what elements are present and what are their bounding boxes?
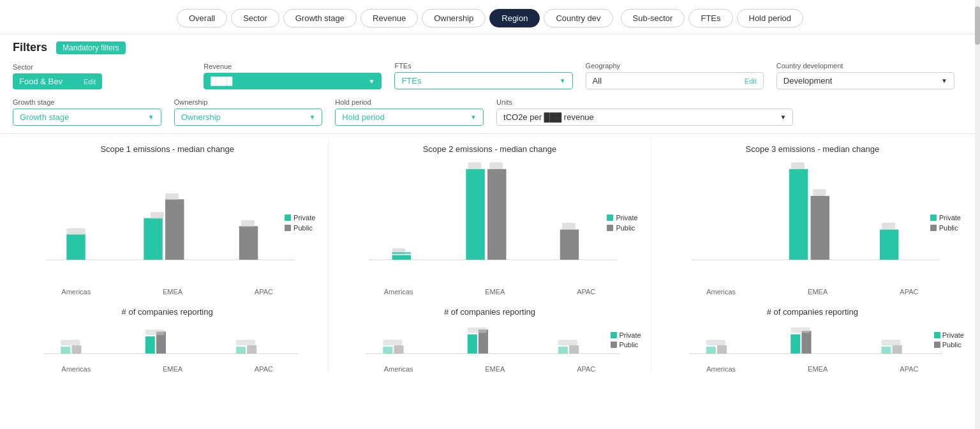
svg-rect-44 — [881, 340, 900, 345]
scope3-x-americas: Americas — [706, 288, 736, 296]
svg-rect-6 — [61, 347, 70, 354]
revenue-select[interactable]: ████ ▼ — [204, 73, 382, 89]
scope1-companies-svg — [13, 319, 322, 364]
growth-stage-select[interactable]: Growth stage ▼ — [13, 109, 161, 126]
hold-period-select[interactable]: Hold period ▼ — [335, 109, 484, 126]
scope1-x-americas: Americas — [61, 288, 91, 296]
ownership-value: Ownership — [181, 112, 221, 122]
mandatory-filters-badge[interactable]: Mandatory filters — [56, 41, 126, 54]
scope3-co-americas: Americas — [706, 365, 736, 373]
scope2-x-emea: EMEA — [485, 288, 505, 296]
filters-header: Filters Mandatory filters — [0, 34, 980, 59]
scope2-co-private-box — [611, 332, 617, 338]
country-dev-select[interactable]: Development ▼ — [776, 72, 954, 89]
scope3-x-apac: APAC — [900, 288, 918, 296]
ownership-select[interactable]: Ownership ▼ — [174, 109, 323, 126]
svg-rect-32 — [791, 162, 805, 169]
tab-hold-period[interactable]: Hold period — [737, 9, 804, 27]
svg-rect-22 — [383, 347, 393, 354]
scope2-private-label: Private — [616, 214, 637, 222]
growth-stage-value: Growth stage — [20, 112, 69, 122]
scope2-public-label: Public — [616, 224, 635, 232]
tab-overall[interactable]: Overall — [177, 9, 227, 27]
tab-revenue[interactable]: Revenue — [360, 9, 418, 27]
revenue-arrow: ▼ — [369, 78, 375, 85]
scope3-public-label: Public — [939, 224, 958, 232]
units-select[interactable]: tCO2e per ███ revenue ▼ — [496, 109, 793, 126]
scope1-x-labels: Americas EMEA APAC — [13, 288, 322, 296]
tab-ftes[interactable]: FTEs — [688, 9, 732, 27]
filter-row-1: Sector Food & Bev Edit Revenue ████ ▼ FT… — [0, 59, 980, 92]
ftes-arrow: ▼ — [560, 77, 566, 84]
scope2-companies-title: # of companies reporting — [335, 307, 644, 317]
svg-rect-41 — [892, 345, 902, 354]
filters-title: Filters — [13, 41, 47, 54]
scope2-companies-svg — [335, 319, 644, 364]
svg-rect-7 — [71, 345, 81, 354]
ownership-label: Ownership — [174, 98, 323, 106]
svg-rect-1 — [66, 228, 85, 235]
scope1-companies-title: # of companies reporting — [13, 307, 322, 317]
country-dev-value: Development — [783, 76, 833, 86]
svg-rect-43 — [791, 327, 810, 333]
tab-country-dev[interactable]: Country dev — [544, 9, 612, 27]
scope1-private-legend-box — [285, 214, 291, 221]
units-arrow: ▼ — [780, 114, 786, 121]
tab-sub-sector[interactable]: Sub-sector — [621, 9, 685, 27]
tab-growth-stage[interactable]: Growth stage — [283, 9, 357, 27]
scope3-companies-x-labels: Americas EMEA APAC — [658, 365, 967, 373]
tab-region[interactable]: Region — [489, 9, 540, 27]
scope2-apac-public-bar — [560, 230, 579, 260]
scope3-co-private-legend: Private — [934, 331, 964, 339]
svg-rect-39 — [801, 331, 811, 354]
ftes-value: FTEs — [401, 76, 421, 86]
svg-rect-34 — [882, 223, 895, 230]
ftes-select[interactable]: FTEs ▼ — [394, 72, 572, 89]
scope2-co-public-lbl: Public — [619, 341, 638, 349]
scope1-private-legend: Private — [285, 214, 315, 222]
scope1-emea-private-bar — [144, 218, 162, 260]
svg-rect-3 — [165, 193, 179, 200]
scope3-x-labels: Americas EMEA APAC — [658, 288, 967, 296]
svg-rect-13 — [145, 329, 165, 335]
scope1-companies-chart — [13, 319, 322, 364]
svg-rect-2 — [151, 212, 164, 219]
scope2-bar-chart: Private Public — [335, 159, 644, 287]
svg-rect-26 — [558, 347, 568, 354]
scrollbar-thumb[interactable] — [975, 6, 980, 45]
scope2-co-emea: EMEA — [485, 365, 505, 373]
units-value: tCO2e per ███ revenue — [503, 112, 594, 122]
growth-stage-arrow: ▼ — [148, 114, 154, 121]
units-filter-group: Units tCO2e per ███ revenue ▼ — [496, 98, 806, 126]
sector-edit[interactable]: Edit — [84, 78, 96, 86]
tab-ownership[interactable]: Ownership — [422, 9, 486, 27]
svg-rect-25 — [479, 329, 488, 354]
scope1-co-americas: Americas — [61, 365, 91, 373]
scope2-co-private-legend: Private — [611, 331, 641, 339]
scope3-co-emea: EMEA — [808, 365, 828, 373]
tab-sector[interactable]: Sector — [231, 9, 279, 27]
scope2-public-legend-box — [607, 225, 613, 231]
geography-edit[interactable]: Edit — [745, 77, 757, 85]
scope3-svg — [658, 159, 967, 287]
hold-period-filter-group: Hold period Hold period ▼ — [335, 98, 496, 126]
scope2-title: Scope 2 emissions - median change — [335, 144, 644, 154]
svg-rect-14 — [236, 340, 255, 345]
svg-rect-27 — [569, 345, 579, 354]
scrollbar[interactable] — [975, 0, 980, 373]
scope1-public-legend-box — [285, 225, 291, 231]
svg-rect-36 — [706, 347, 715, 354]
scope2-private-legend-box — [607, 214, 613, 221]
svg-rect-16 — [392, 248, 406, 255]
svg-rect-8 — [145, 336, 155, 354]
scope2-co-apac: APAC — [577, 365, 595, 373]
svg-rect-40 — [881, 347, 891, 354]
geography-value: All — [593, 76, 602, 86]
scope3-co-public-legend: Public — [934, 341, 964, 349]
geography-select[interactable]: All Edit — [586, 72, 764, 89]
sector-chip[interactable]: Food & Bev Edit — [13, 73, 102, 89]
scope2-chart-col: Scope 2 emissions - median change — [329, 139, 651, 373]
svg-rect-33 — [812, 189, 826, 196]
growth-stage-label: Growth stage — [13, 98, 161, 106]
svg-rect-24 — [468, 335, 477, 354]
